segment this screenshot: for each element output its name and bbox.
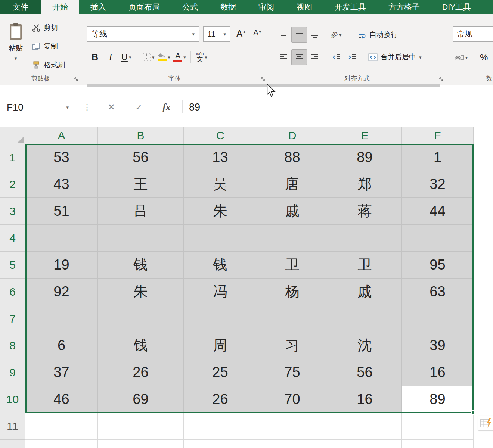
cell-B4[interactable] bbox=[98, 225, 184, 252]
alignment-dialog-launcher[interactable] bbox=[439, 77, 444, 82]
row-header-5[interactable]: 5 bbox=[0, 252, 25, 279]
grow-font-button[interactable]: A ▴ bbox=[233, 27, 249, 42]
cell-E5[interactable]: 卫 bbox=[328, 252, 402, 279]
cell-A1[interactable]: 53 bbox=[25, 144, 98, 171]
cell-B10[interactable]: 69 bbox=[98, 386, 184, 413]
row-header-2[interactable]: 2 bbox=[0, 171, 25, 198]
cell-C8[interactable]: 周 bbox=[184, 332, 257, 359]
cell-D6[interactable]: 杨 bbox=[257, 279, 328, 305]
cancel-button[interactable]: ✕ bbox=[103, 96, 120, 118]
cell-D1[interactable]: 88 bbox=[257, 144, 328, 171]
cell-D9[interactable]: 75 bbox=[257, 359, 328, 386]
cell-A12[interactable] bbox=[25, 440, 98, 448]
cell-B2[interactable]: 王 bbox=[98, 171, 184, 198]
cell-F1[interactable]: 1 bbox=[402, 144, 474, 171]
shrink-font-button[interactable]: A ▾ bbox=[249, 27, 265, 42]
align-left-button[interactable] bbox=[276, 49, 291, 65]
underline-button[interactable]: U ▾ bbox=[119, 49, 134, 65]
row-header-12[interactable] bbox=[0, 440, 25, 448]
align-middle-button[interactable] bbox=[291, 27, 307, 43]
tab-fangfanggezi[interactable]: 方方格子 bbox=[377, 0, 431, 14]
tab-data[interactable]: 数据 bbox=[209, 0, 247, 14]
copy-button[interactable]: 复制 bbox=[32, 38, 65, 55]
column-header-A[interactable]: A bbox=[25, 127, 98, 144]
cell-F8[interactable]: 39 bbox=[402, 332, 474, 359]
tab-page-layout[interactable]: 页面布局 bbox=[117, 0, 171, 14]
cell-F4[interactable] bbox=[402, 225, 474, 252]
enter-button[interactable]: ✓ bbox=[131, 96, 147, 118]
row-header-1[interactable]: 1 bbox=[0, 144, 25, 171]
row-header-11[interactable]: 11 bbox=[0, 413, 25, 440]
cell-D11[interactable] bbox=[257, 413, 328, 440]
column-header-B[interactable]: B bbox=[98, 127, 184, 144]
cell-B7[interactable] bbox=[98, 305, 184, 332]
merge-center-button[interactable]: 合并后居中 ▾ bbox=[368, 52, 422, 62]
tab-file[interactable]: 文件 bbox=[0, 0, 41, 14]
cell-F9[interactable]: 16 bbox=[402, 359, 474, 386]
cell-B11[interactable] bbox=[98, 413, 184, 440]
cell-B6[interactable]: 朱 bbox=[98, 279, 184, 305]
cell-D10[interactable]: 70 bbox=[257, 386, 328, 413]
quick-analysis-button[interactable] bbox=[478, 416, 493, 430]
fill-handle[interactable] bbox=[471, 410, 474, 415]
cell-A9[interactable]: 37 bbox=[25, 359, 98, 386]
percent-style-button[interactable]: % bbox=[480, 52, 488, 63]
tab-developer[interactable]: 开发工具 bbox=[323, 0, 377, 14]
cell-C2[interactable]: 吴 bbox=[184, 171, 257, 198]
borders-button[interactable]: ▾ bbox=[141, 49, 156, 65]
cell-A3[interactable]: 51 bbox=[25, 198, 98, 225]
name-box[interactable]: F10 ▾ bbox=[2, 99, 73, 116]
cell-B5[interactable]: 钱 bbox=[98, 252, 184, 279]
align-center-button[interactable] bbox=[291, 49, 307, 65]
cell-E11[interactable] bbox=[328, 413, 402, 440]
clipboard-dialog-launcher[interactable] bbox=[74, 77, 79, 82]
cell-C1[interactable]: 13 bbox=[184, 144, 257, 171]
orientation-button[interactable]: ab ▾ bbox=[330, 31, 350, 39]
cell-C7[interactable] bbox=[184, 305, 257, 332]
select-all-button[interactable] bbox=[0, 127, 25, 144]
cell-B12[interactable] bbox=[98, 440, 184, 448]
cell-E1[interactable]: 89 bbox=[328, 144, 402, 171]
cell-C4[interactable] bbox=[184, 225, 257, 252]
cell-B9[interactable]: 26 bbox=[98, 359, 184, 386]
font-size-combobox[interactable]: 11 ▾ bbox=[203, 26, 230, 42]
column-header-C[interactable]: C bbox=[184, 127, 257, 144]
cell-E8[interactable]: 沈 bbox=[328, 332, 402, 359]
tab-insert[interactable]: 插入 bbox=[79, 0, 117, 14]
tab-formulas[interactable]: 公式 bbox=[171, 0, 209, 14]
cell-D3[interactable]: 戚 bbox=[257, 198, 328, 225]
align-top-button[interactable] bbox=[276, 27, 291, 43]
cell-B3[interactable]: 吕 bbox=[98, 198, 184, 225]
column-header-D[interactable]: D bbox=[257, 127, 328, 144]
cell-C6[interactable]: 冯 bbox=[184, 279, 257, 305]
cell-F6[interactable]: 63 bbox=[402, 279, 474, 305]
cell-A6[interactable]: 92 bbox=[25, 279, 98, 305]
cell-F7[interactable] bbox=[402, 305, 474, 332]
paste-button[interactable]: 粘贴 ▾ bbox=[4, 19, 28, 77]
insert-function-button[interactable]: fx bbox=[158, 96, 175, 118]
font-name-combobox[interactable]: 等线 ▾ bbox=[87, 26, 199, 42]
cell-F12[interactable] bbox=[402, 440, 474, 448]
cell-A5[interactable]: 19 bbox=[25, 252, 98, 279]
phonetic-guide-button[interactable]: wén 文 ▾ bbox=[194, 49, 209, 65]
cell-F3[interactable]: 44 bbox=[402, 198, 474, 225]
tab-diy-tools[interactable]: DIY工具 bbox=[431, 0, 482, 14]
row-header-7[interactable]: 7 bbox=[0, 305, 25, 332]
cell-A2[interactable]: 43 bbox=[25, 171, 98, 198]
format-painter-button[interactable]: 格式刷 bbox=[32, 57, 65, 73]
cell-C11[interactable] bbox=[184, 413, 257, 440]
tab-review[interactable]: 审阅 bbox=[247, 0, 285, 14]
cell-E6[interactable]: 戚 bbox=[328, 279, 402, 305]
font-color-button[interactable]: A ▾ bbox=[172, 49, 187, 65]
cell-D8[interactable]: 习 bbox=[257, 332, 328, 359]
increase-indent-button[interactable] bbox=[344, 49, 360, 65]
row-header-8[interactable]: 8 bbox=[0, 332, 25, 359]
tab-home[interactable]: 开始 bbox=[41, 0, 79, 14]
cell-E12[interactable] bbox=[328, 440, 402, 448]
align-bottom-button[interactable] bbox=[307, 27, 323, 43]
cell-E9[interactable]: 56 bbox=[328, 359, 402, 386]
column-header-F[interactable]: F bbox=[402, 127, 474, 144]
cell-F2[interactable]: 32 bbox=[402, 171, 474, 198]
cell-A8[interactable]: 6 bbox=[25, 332, 98, 359]
cell-C9[interactable]: 25 bbox=[184, 359, 257, 386]
